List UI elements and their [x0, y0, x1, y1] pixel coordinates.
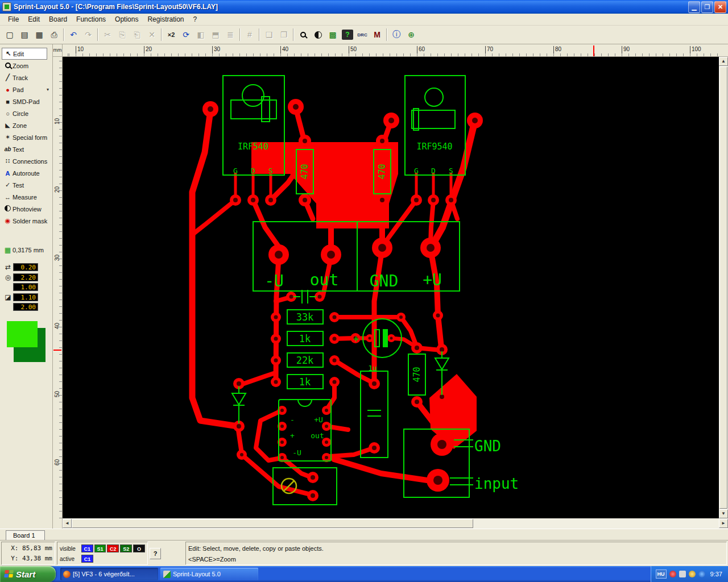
- ungroup-button[interactable]: ❐: [276, 28, 291, 42]
- layer-toggle-c2[interactable]: C2: [107, 544, 119, 552]
- task-button-browser[interactable]: [5] VF3 - 6 végerősít...: [60, 568, 158, 580]
- menu-options[interactable]: Options: [110, 14, 143, 24]
- vertical-scroll-thumb[interactable]: [719, 66, 727, 509]
- layer-toggle-s2[interactable]: S2: [120, 544, 132, 552]
- tray-icon-4[interactable]: [698, 571, 705, 577]
- drc-button[interactable]: DRC: [355, 28, 370, 42]
- chevron-down-icon[interactable]: ▾: [47, 87, 49, 92]
- origin-button[interactable]: ⊕: [404, 28, 419, 42]
- start-button[interactable]: Start: [0, 566, 56, 582]
- windows-flag-icon: [4, 570, 14, 578]
- copy-button[interactable]: ⎘: [115, 28, 130, 42]
- cut-button[interactable]: ✂: [100, 28, 115, 42]
- layer-color-preview[interactable]: [7, 321, 46, 362]
- system-tray: HU 9:37: [651, 566, 728, 582]
- toolbar: ▢ ▤ ▦ ⎙ ↶ ↷ ✂ ⎘ ⎗ ✕ ×2 ⟳ ◧ ⬒ ≣ # ❏ ❐ ▩ ?…: [0, 26, 728, 44]
- zoom-button[interactable]: [296, 28, 311, 42]
- layer-toggle-c1[interactable]: C1: [81, 544, 93, 552]
- horizontal-scroll-thumb[interactable]: [72, 519, 473, 528]
- tool-special-form[interactable]: ✶Special form: [0, 131, 52, 143]
- pad-diameter-value[interactable]: 2.20: [13, 273, 38, 281]
- tray-icon-2[interactable]: [679, 571, 686, 577]
- vertical-scrollbar[interactable]: ▲ ▼: [719, 57, 728, 518]
- scroll-right-button[interactable]: ►: [719, 519, 728, 528]
- save-button[interactable]: ▦: [32, 28, 47, 42]
- tool-pad[interactable]: ●Pad▾: [0, 84, 52, 95]
- scroll-down-button[interactable]: ▼: [719, 509, 728, 518]
- menu-help[interactable]: ?: [188, 14, 201, 24]
- tool-smd-pad[interactable]: ■SMD-Pad: [0, 95, 52, 107]
- menu-edit[interactable]: Edit: [23, 14, 44, 24]
- horizontal-scroll-track[interactable]: [72, 519, 719, 528]
- tool-photoview[interactable]: Photoview: [0, 203, 52, 215]
- tray-icon-1[interactable]: [669, 571, 676, 577]
- connections-icon: ∷: [3, 157, 13, 165]
- pad-drill-value[interactable]: 1.00: [13, 283, 38, 291]
- align-button[interactable]: ≣: [223, 28, 238, 42]
- track-width-value[interactable]: 0.20: [13, 263, 38, 271]
- redo-button[interactable]: ↷: [81, 28, 96, 42]
- pcb-pin-s2: S: [449, 167, 453, 175]
- menu-functions[interactable]: Functions: [72, 14, 110, 24]
- smd-size-icon: ◪: [3, 293, 13, 301]
- delete-button[interactable]: ✕: [144, 28, 159, 42]
- maximize-button[interactable]: ❐: [701, 1, 713, 13]
- mirror-horizontal-button[interactable]: ◧: [193, 28, 208, 42]
- pcb-drawing[interactable]: IRF540 G D S IRF9540 G D S 470 470 470 -…: [63, 57, 719, 518]
- tool-circle[interactable]: ○Circle: [0, 107, 52, 119]
- macros-button[interactable]: M: [370, 28, 384, 42]
- smd-width-value[interactable]: 1.10: [13, 293, 38, 301]
- scroll-left-button[interactable]: ◄: [63, 519, 72, 528]
- language-indicator[interactable]: HU: [656, 569, 667, 579]
- tool-test[interactable]: ✓Test: [0, 179, 52, 191]
- mirror-vertical-button[interactable]: ⬒: [208, 28, 223, 42]
- pcb-label-conn-gnd: GND: [474, 438, 501, 455]
- open-button[interactable]: ▤: [17, 28, 32, 42]
- tool-zone[interactable]: ◣Zone: [0, 119, 52, 131]
- photoview-button[interactable]: [311, 28, 325, 42]
- smd-height-value[interactable]: 2.00: [13, 303, 38, 311]
- tool-edit[interactable]: ↖Edit: [2, 48, 47, 60]
- menu-file[interactable]: File: [3, 14, 23, 24]
- photoview-icon: [315, 31, 322, 39]
- capacitor-symbol[interactable]: [293, 290, 316, 304]
- board-canvas[interactable]: IRF540 G D S IRF9540 G D S 470 470 470 -…: [63, 57, 719, 518]
- horizontal-scrollbar[interactable]: ◄ ►: [63, 518, 728, 529]
- undo-button[interactable]: ↶: [66, 28, 81, 42]
- layer-help-button[interactable]: ?: [150, 548, 161, 559]
- print-button[interactable]: ⎙: [47, 28, 61, 42]
- rotate-button[interactable]: ⟳: [179, 28, 193, 42]
- tab-board-1[interactable]: Board 1: [6, 530, 45, 540]
- new-button[interactable]: ▢: [2, 28, 17, 42]
- group-button[interactable]: ❏: [262, 28, 276, 42]
- scale-x2-button[interactable]: ×2: [164, 28, 179, 42]
- active-layer-indicator[interactable]: C1: [81, 555, 93, 563]
- tray-icon-3[interactable]: [689, 571, 696, 577]
- tool-measure[interactable]: ↔Measure: [0, 191, 52, 203]
- tool-autoroute[interactable]: AAutoroute: [0, 167, 52, 179]
- menu-board[interactable]: Board: [44, 14, 72, 24]
- tool-solder-mask[interactable]: ◉Solder mask: [0, 215, 52, 227]
- test-button[interactable]: ?: [340, 28, 355, 42]
- transistor-irf9540-outline[interactable]: [405, 76, 465, 175]
- paste-button[interactable]: ⎗: [130, 28, 144, 42]
- tool-connections[interactable]: ∷Connections: [0, 155, 52, 167]
- board-tab-bar: Board 1: [0, 529, 728, 540]
- tool-text[interactable]: abText: [0, 143, 52, 155]
- task-button-sprint-layout[interactable]: Sprint-Layout 5.0: [160, 568, 258, 580]
- app-icon: [2, 2, 11, 11]
- pcb-ic-in-plus: +: [290, 431, 295, 440]
- layer-toggle-s1[interactable]: S1: [94, 544, 106, 552]
- diode-left-outline[interactable]: [232, 386, 246, 423]
- tool-zoom[interactable]: Zoom: [0, 60, 52, 72]
- info-button[interactable]: ⓘ: [389, 28, 404, 42]
- ratsnest-button[interactable]: #: [242, 28, 257, 42]
- menu-registration[interactable]: Registration: [143, 14, 188, 24]
- minimize-button[interactable]: ▁: [688, 1, 700, 13]
- tool-track[interactable]: ╱Track: [0, 72, 52, 84]
- layer-toggle-o[interactable]: O: [133, 544, 145, 552]
- scroll-up-button[interactable]: ▲: [719, 57, 728, 66]
- grid-setting[interactable]: ▦ 0,3175 mm: [0, 246, 52, 254]
- layer-grid-button[interactable]: ▩: [325, 28, 340, 42]
- close-button[interactable]: ✕: [714, 1, 726, 13]
